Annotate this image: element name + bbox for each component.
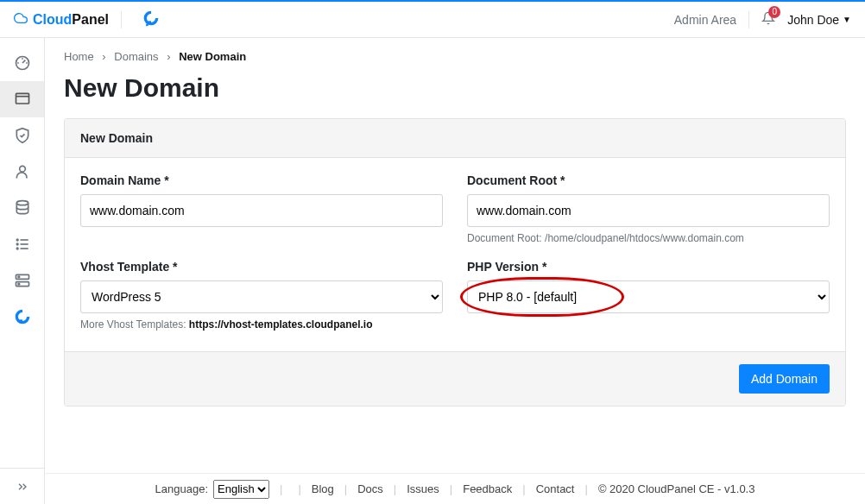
- svg-point-6: [16, 201, 28, 205]
- svg-point-12: [16, 248, 18, 249]
- vhost-template-label: Vhost Template *: [80, 260, 443, 274]
- digitalocean-icon: [142, 9, 160, 29]
- sidebar-expand-button[interactable]: [0, 468, 44, 504]
- footer-link-issues[interactable]: Issues: [407, 482, 439, 495]
- divider: [121, 11, 122, 28]
- breadcrumb-domains[interactable]: Domains: [114, 50, 158, 63]
- footer-copyright: © 2020 CloudPanel CE - v1.0.3: [598, 482, 755, 495]
- document-root-help: Document Root: /home/cloudpanel/htdocs/w…: [467, 232, 830, 244]
- sidebar-item-services[interactable]: [0, 262, 44, 299]
- sidebar-item-cron[interactable]: [0, 226, 44, 262]
- sidebar-item-databases[interactable]: [0, 190, 44, 226]
- footer-link-blog[interactable]: Blog: [312, 482, 334, 495]
- vhost-template-select[interactable]: WordPress 5: [80, 280, 443, 313]
- page-title: New Domain: [64, 73, 846, 103]
- caret-down-icon: ▼: [843, 15, 851, 24]
- sidebar-item-dashboard[interactable]: [0, 45, 44, 81]
- sidebar-item-users[interactable]: [0, 154, 44, 190]
- brand-text-panel: Panel: [72, 12, 109, 27]
- breadcrumb: Home › Domains › New Domain: [64, 50, 846, 63]
- footer: Language: English || Blog| Docs| Issues|…: [45, 473, 865, 504]
- user-name: John Doe: [787, 13, 839, 27]
- brand-text-cloud: Cloud: [33, 12, 72, 27]
- domain-name-label: Domain Name *: [80, 173, 443, 187]
- notifications-badge: 0: [768, 6, 780, 18]
- language-select[interactable]: English: [213, 480, 269, 499]
- add-domain-button[interactable]: Add Domain: [739, 364, 830, 394]
- php-version-label: PHP Version *: [467, 260, 830, 274]
- sidebar-item-cloud[interactable]: [0, 299, 44, 335]
- card-header: New Domain: [65, 119, 845, 158]
- new-domain-card: New Domain Domain Name * Document Root *…: [64, 118, 846, 406]
- svg-rect-0: [148, 21, 151, 23]
- svg-point-16: [18, 283, 20, 285]
- chevron-right-icon: ›: [102, 50, 105, 63]
- brand-logo[interactable]: CloudPanel: [14, 9, 160, 29]
- footer-link-contact[interactable]: Contact: [536, 482, 575, 495]
- svg-point-11: [16, 243, 18, 245]
- document-root-input[interactable]: [467, 194, 830, 227]
- user-menu[interactable]: John Doe ▼: [787, 13, 851, 27]
- domain-name-input[interactable]: [80, 194, 443, 227]
- svg-rect-17: [19, 319, 22, 322]
- svg-point-15: [18, 276, 20, 278]
- php-version-select[interactable]: PHP 8.0 - [default]: [467, 280, 830, 313]
- footer-link-feedback[interactable]: Feedback: [463, 482, 512, 495]
- breadcrumb-current: New Domain: [179, 50, 246, 63]
- sidebar-item-security[interactable]: [0, 117, 44, 154]
- document-root-label: Document Root *: [467, 173, 830, 187]
- svg-point-10: [16, 239, 18, 241]
- divider: [748, 11, 749, 28]
- svg-point-5: [19, 166, 25, 172]
- breadcrumb-home[interactable]: Home: [64, 50, 94, 63]
- footer-link-docs[interactable]: Docs: [357, 482, 383, 495]
- admin-area-link[interactable]: Admin Area: [674, 13, 736, 27]
- vhost-templates-link[interactable]: https://vhost-templates.cloudpanel.io: [189, 318, 373, 331]
- svg-rect-3: [16, 93, 28, 104]
- language-label: Language:: [155, 482, 208, 495]
- sidebar-item-domains[interactable]: [0, 81, 44, 117]
- svg-rect-1: [146, 24, 148, 27]
- chevron-right-icon: ›: [167, 50, 170, 63]
- cloud-icon: [14, 11, 28, 28]
- notifications-button[interactable]: 0: [761, 11, 775, 28]
- vhost-help: More Vhost Templates: https://vhost-temp…: [80, 318, 443, 331]
